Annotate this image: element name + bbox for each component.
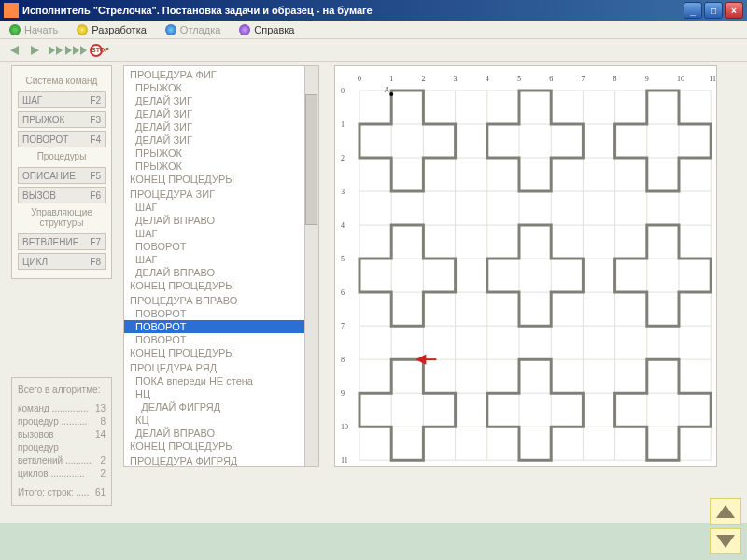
code-line[interactable]: ДЕЛАЙ ЗИГ	[124, 133, 318, 147]
svg-text:7: 7	[341, 322, 345, 330]
menu-develop[interactable]: Разработка	[67, 22, 156, 37]
svg-text:1: 1	[341, 120, 345, 129]
code-line[interactable]: КОНЕЦ ПРОЦЕДУРЫ	[124, 346, 318, 359]
play-icon	[9, 24, 21, 35]
menu-help[interactable]: Справка	[230, 22, 303, 37]
svg-text:11: 11	[341, 456, 348, 465]
cmd-цикл[interactable]: ЦИКЛF8	[18, 253, 106, 270]
cmd-описание[interactable]: ОПИСАНИЕF5	[18, 167, 106, 184]
code-line[interactable]: ДЕЛАЙ ВПРАВО	[124, 266, 318, 279]
code-line[interactable]: ПОВОРОТ	[124, 307, 318, 320]
cmd-header-3: Управляющие структуры	[16, 207, 107, 228]
code-line[interactable]: ПРОЦЕДУРА ФИГРЯД	[124, 455, 318, 467]
tb-ffwd[interactable]	[47, 42, 63, 59]
svg-text:9: 9	[645, 75, 649, 83]
svg-text:8: 8	[613, 75, 617, 83]
svg-text:3: 3	[454, 75, 458, 83]
stat-row: ветвлений ..........2	[18, 455, 106, 468]
stats-total-val: 61	[95, 486, 106, 499]
nav-up-button[interactable]	[710, 498, 741, 525]
stat-row: вызовов процедур 14	[18, 428, 106, 455]
marker-dot	[389, 92, 393, 96]
code-line[interactable]: ШАГ	[124, 201, 318, 214]
stat-row: команд ..............13	[18, 402, 106, 415]
tb-play[interactable]	[26, 42, 43, 59]
code-line[interactable]: ДЕЛАЙ ВПРАВО	[124, 214, 318, 227]
svg-text:0: 0	[341, 87, 345, 95]
code-line[interactable]: ДЕЛАЙ ЗИГ	[124, 120, 318, 133]
window-titlebar: Исполнитель "Стрелочка". Постановка зада…	[0, 0, 747, 21]
svg-marker-49	[417, 356, 425, 363]
shape-cross	[487, 225, 584, 326]
code-line[interactable]: ПРОЦЕДУРА ВПРАВО	[124, 294, 318, 307]
menu-debug[interactable]: Отладка	[156, 22, 230, 37]
arrow-up-icon	[716, 505, 735, 518]
svg-text:4: 4	[341, 221, 345, 230]
svg-text:9: 9	[341, 389, 345, 398]
maximize-button[interactable]: □	[704, 2, 723, 19]
shape-cross	[359, 91, 456, 191]
code-line[interactable]: НЦ	[124, 387, 318, 400]
code-line[interactable]: ПРОЦЕДУРА ЗИГ	[124, 188, 318, 201]
code-line[interactable]: ПОВОРОТ	[124, 320, 318, 333]
cmd-вызов[interactable]: ВЫЗОВF6	[18, 187, 106, 203]
shape-cross	[615, 359, 712, 460]
tb-rewind[interactable]	[6, 42, 22, 59]
arrow-down-icon	[716, 535, 735, 548]
code-line[interactable]: ПРЫЖОК	[124, 81, 318, 94]
app-icon	[4, 3, 19, 18]
menu-start[interactable]: Начать	[0, 22, 67, 37]
code-line[interactable]: ПРОЦЕДУРА РЯД	[124, 361, 318, 374]
svg-text:5: 5	[517, 75, 521, 83]
code-panel[interactable]: ПРОЦЕДУРА ФИГ ПРЫЖОК ДЕЛАЙ ЗИГ ДЕЛАЙ ЗИГ…	[123, 65, 319, 467]
close-button[interactable]: ×	[725, 2, 743, 19]
code-line[interactable]: КОНЕЦ ПРОЦЕДУРЫ	[124, 440, 318, 453]
help-icon	[239, 24, 250, 35]
code-line[interactable]: КОНЕЦ ПРОЦЕДУРЫ	[124, 173, 318, 186]
code-line[interactable]: ШАГ	[124, 253, 318, 266]
code-line[interactable]: ПРЫЖОК	[124, 147, 318, 160]
debug-icon	[165, 24, 176, 35]
code-line[interactable]: ПОВОРОТ	[124, 333, 318, 346]
svg-text:8: 8	[341, 356, 345, 364]
svg-text:5: 5	[341, 255, 345, 263]
code-line[interactable]: ПРОЦЕДУРА ФИГ	[124, 68, 318, 81]
marker-label: A	[384, 86, 389, 94]
cmd-шаг[interactable]: ШАГF2	[18, 91, 106, 108]
svg-text:7: 7	[581, 75, 585, 83]
code-line[interactable]: ДЕЛАЙ ЗИГ	[124, 107, 318, 120]
cmd-ветвление[interactable]: ВЕТВЛЕНИЕF7	[18, 233, 106, 250]
code-line[interactable]: ДЕЛАЙ ВПРАВО	[124, 427, 318, 440]
scroll-thumb[interactable]	[305, 94, 317, 225]
code-line[interactable]: ПРЫЖОК	[124, 160, 318, 173]
window-title: Исполнитель "Стрелочка". Постановка зада…	[22, 5, 684, 16]
code-line[interactable]: КОНЕЦ ПРОЦЕДУРЫ	[124, 279, 318, 292]
svg-text:6: 6	[341, 288, 345, 297]
grid-canvas: 0011223344556677889910101111A	[335, 66, 716, 466]
cmd-прыжок[interactable]: ПРЫЖОКF3	[18, 111, 106, 128]
cmd-header-2: Процедуры	[16, 151, 107, 161]
svg-text:11: 11	[709, 75, 716, 83]
svg-text:2: 2	[341, 154, 345, 162]
code-line[interactable]: КЦ	[124, 413, 318, 427]
code-line[interactable]: ПОВОРОТ	[124, 240, 318, 253]
svg-text:10: 10	[341, 423, 348, 431]
toolbar: STOP	[0, 39, 747, 62]
minimize-button[interactable]: _	[684, 2, 702, 19]
code-line[interactable]: ДЕЛАЙ ЗИГ	[124, 94, 318, 107]
nav-down-button[interactable]	[710, 528, 741, 554]
bottom-strip	[0, 523, 747, 560]
shape-cross	[615, 225, 712, 326]
tb-fffwd[interactable]	[67, 42, 84, 59]
code-line[interactable]: ШАГ	[124, 227, 318, 240]
stat-row: процедур ..........8	[18, 415, 106, 428]
code-line[interactable]: ПОКА впереди НЕ стена	[124, 374, 318, 387]
cmd-header-1: Система команд	[16, 76, 107, 86]
tb-stop[interactable]: STOP	[88, 42, 105, 59]
stop-icon: STOP	[90, 44, 103, 57]
code-scrollbar[interactable]	[304, 66, 318, 466]
cmd-поворот[interactable]: ПОВОРОТF4	[18, 131, 106, 147]
canvas-panel: 0011223344556677889910101111A	[334, 65, 717, 467]
code-line[interactable]: ДЕЛАЙ ФИГРЯД	[124, 400, 318, 413]
stats-total-label: Итого: строк: .....	[18, 486, 89, 499]
